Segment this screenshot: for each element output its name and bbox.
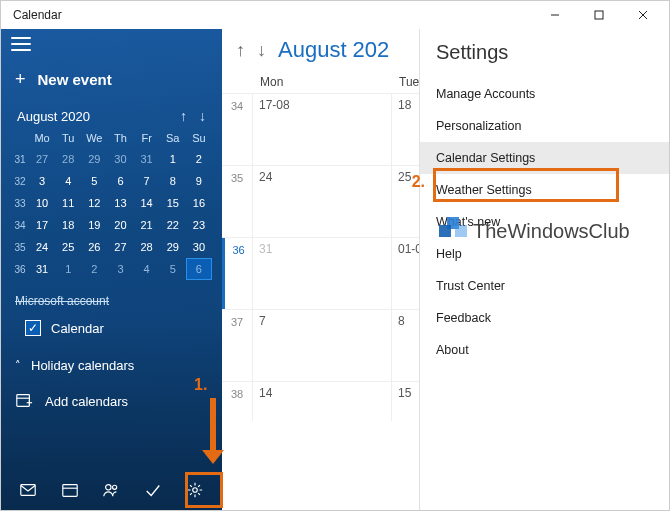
mini-month-label[interactable]: August 2020 <box>17 109 90 124</box>
mini-day-cell[interactable]: 7 <box>134 170 160 192</box>
calendar-day-cell[interactable]: 14 <box>252 382 391 421</box>
mini-day-cell[interactable]: 21 <box>134 214 160 236</box>
settings-pane: Settings Manage AccountsPersonalizationC… <box>419 29 669 510</box>
mini-day-cell[interactable]: 6 <box>107 170 133 192</box>
mini-day-cell[interactable]: 24 <box>29 236 55 258</box>
new-event-button[interactable]: + New event <box>1 59 222 100</box>
mini-day-cell[interactable]: 9 <box>186 170 212 192</box>
mini-day-cell[interactable]: 26 <box>81 236 107 258</box>
add-calendar-icon <box>15 391 33 412</box>
watermark-logo-icon <box>439 217 467 245</box>
calendar-week-number: 35 <box>222 166 252 237</box>
annotation-settings-highlight <box>433 168 619 202</box>
hamburger-icon[interactable] <box>11 37 31 51</box>
mini-calendar: August 2020 ↑ ↓ MoTuWeThFrSaSu 312728293… <box>1 100 222 286</box>
mini-day-cell[interactable]: 1 <box>160 148 186 170</box>
settings-item[interactable]: About <box>436 334 653 366</box>
mini-day-cell[interactable]: 13 <box>107 192 133 214</box>
mini-day-cell[interactable]: 28 <box>134 236 160 258</box>
settings-item[interactable]: Manage Accounts <box>436 78 653 110</box>
mini-prev-month-icon[interactable]: ↑ <box>180 108 187 124</box>
mini-day-cell[interactable]: 5 <box>160 258 186 280</box>
svg-rect-4 <box>17 395 30 407</box>
mini-day-cell[interactable]: 19 <box>81 214 107 236</box>
mini-day-cell[interactable]: 8 <box>160 170 186 192</box>
mini-week-number: 36 <box>11 258 29 280</box>
mini-day-cell[interactable]: 20 <box>107 214 133 236</box>
mini-day-cell[interactable]: 10 <box>29 192 55 214</box>
mini-day-cell[interactable]: 30 <box>107 148 133 170</box>
annotation-number-1: 1. <box>194 376 207 394</box>
main-month-label[interactable]: August 202 <box>278 37 389 63</box>
settings-item[interactable]: Feedback <box>436 302 653 334</box>
mini-week-row: 3631123456 <box>11 258 212 280</box>
mini-day-cell[interactable]: 31 <box>134 148 160 170</box>
mini-day-cell[interactable]: 29 <box>160 236 186 258</box>
mini-week-number: 35 <box>11 236 29 258</box>
holiday-calendars-toggle[interactable]: ˄ Holiday calendars <box>1 348 222 383</box>
mini-day-cell[interactable]: 4 <box>55 170 81 192</box>
mini-day-cell[interactable]: 3 <box>107 258 133 280</box>
mini-day-cell[interactable]: 30 <box>186 236 212 258</box>
mini-next-month-icon[interactable]: ↓ <box>199 108 206 124</box>
add-calendars-label: Add calendars <box>45 394 128 409</box>
mini-day-cell[interactable]: 17 <box>29 214 55 236</box>
mini-day-cell[interactable]: 23 <box>186 214 212 236</box>
mini-day-cell[interactable]: 2 <box>186 148 212 170</box>
calendar-checkbox-row[interactable]: ✓ Calendar <box>1 316 222 340</box>
mini-week-number: 34 <box>11 214 29 236</box>
mini-day-cell[interactable]: 3 <box>29 170 55 192</box>
prev-period-icon[interactable]: ↑ <box>236 40 245 61</box>
close-button[interactable] <box>621 1 665 29</box>
mini-week-number: 33 <box>11 192 29 214</box>
mini-day-cell[interactable]: 28 <box>55 148 81 170</box>
minimize-button[interactable] <box>533 1 577 29</box>
todo-icon[interactable] <box>136 473 170 507</box>
settings-item[interactable]: Personalization <box>436 110 653 142</box>
mail-icon[interactable] <box>11 473 45 507</box>
add-calendars-button[interactable]: Add calendars <box>1 383 222 420</box>
mini-dow: Mo <box>29 132 55 144</box>
mini-day-cell[interactable]: 1 <box>55 258 81 280</box>
mini-dow: Th <box>107 132 133 144</box>
mini-day-cell[interactable]: 11 <box>55 192 81 214</box>
mini-day-cell[interactable]: 22 <box>160 214 186 236</box>
settings-item[interactable]: Trust Center <box>436 270 653 302</box>
annotation-number-2: 2. <box>412 173 425 191</box>
title-bar: Calendar <box>1 1 669 29</box>
calendar-day-cell[interactable]: 7 <box>252 310 391 381</box>
chevron-up-icon: ˄ <box>15 359 21 372</box>
calendar-day-cell[interactable]: 31 <box>252 238 391 309</box>
calendar-icon[interactable] <box>53 473 87 507</box>
mini-dow: Sa <box>160 132 186 144</box>
people-icon[interactable] <box>94 473 128 507</box>
window-title: Calendar <box>13 8 62 22</box>
next-period-icon[interactable]: ↓ <box>257 40 266 61</box>
mini-day-cell[interactable]: 12 <box>81 192 107 214</box>
mini-day-cell[interactable]: 25 <box>55 236 81 258</box>
mini-day-cell[interactable]: 14 <box>134 192 160 214</box>
mini-day-cell[interactable]: 5 <box>81 170 107 192</box>
mini-dow: Su <box>186 132 212 144</box>
mini-day-cell[interactable]: 29 <box>81 148 107 170</box>
mini-day-cell[interactable]: 31 <box>29 258 55 280</box>
mini-day-cell[interactable]: 27 <box>107 236 133 258</box>
mini-day-cell[interactable]: 27 <box>29 148 55 170</box>
mini-day-cell[interactable]: 18 <box>55 214 81 236</box>
mini-dow: Fr <box>134 132 160 144</box>
svg-rect-8 <box>21 485 35 496</box>
maximize-button[interactable] <box>577 1 621 29</box>
calendar-day-cell[interactable]: 17-08 <box>252 94 391 165</box>
annotation-gear-highlight <box>185 472 223 508</box>
mini-week-row: 3310111213141516 <box>11 192 212 214</box>
mini-day-cell[interactable]: 6 <box>186 258 212 280</box>
watermark: TheWindowsClub <box>439 217 630 245</box>
mini-day-cell[interactable]: 4 <box>134 258 160 280</box>
mini-week-number: 32 <box>11 170 29 192</box>
calendar-week-number: 38 <box>222 382 252 421</box>
mini-dow-header: MoTuWeThFrSaSu <box>29 128 212 148</box>
mini-day-cell[interactable]: 2 <box>81 258 107 280</box>
mini-day-cell[interactable]: 16 <box>186 192 212 214</box>
calendar-day-cell[interactable]: 24 <box>252 166 391 237</box>
mini-day-cell[interactable]: 15 <box>160 192 186 214</box>
